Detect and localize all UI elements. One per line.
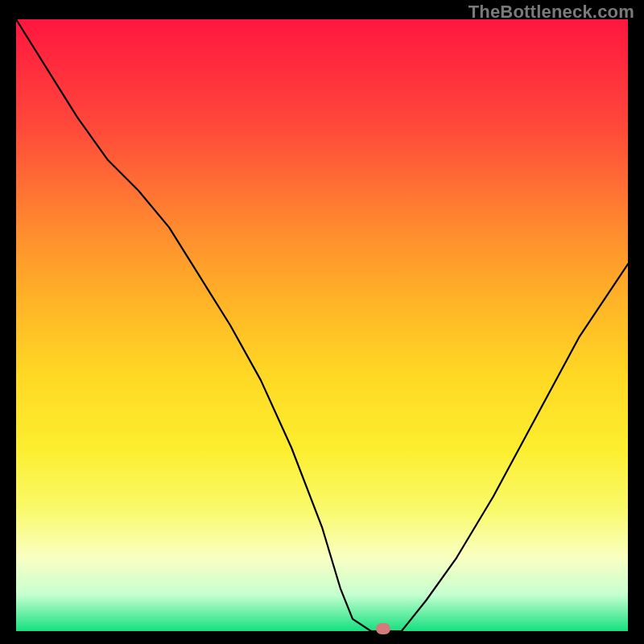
bottleneck-curve — [16, 19, 628, 631]
plot-area — [16, 19, 628, 631]
chart-frame: TheBottleneck.com — [0, 0, 644, 644]
minimum-marker — [376, 623, 390, 634]
curve-svg — [16, 19, 628, 631]
